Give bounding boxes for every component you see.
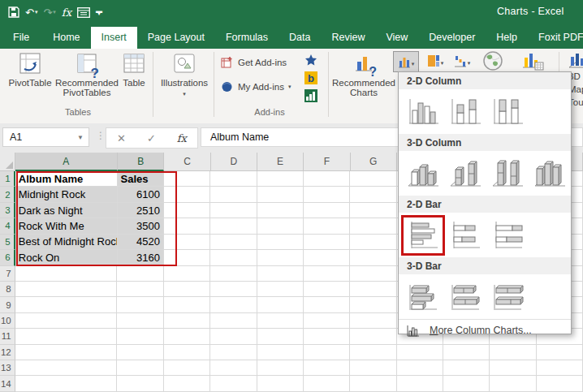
cell-d8[interactable] <box>210 282 257 297</box>
cell-g10[interactable] <box>350 313 396 329</box>
chart-type-3d-100-stacked-column-icon[interactable] <box>490 157 525 190</box>
cell-f13[interactable] <box>304 360 350 376</box>
cell-b12[interactable] <box>117 345 163 360</box>
bing-maps-icon[interactable]: b <box>304 71 317 84</box>
cell-d11[interactable] <box>210 329 257 344</box>
insert-function-icon[interactable]: fx <box>177 132 187 144</box>
cell-i14[interactable] <box>443 376 490 391</box>
cell-a2[interactable]: Midnight Rock <box>15 187 118 202</box>
insert-waterfall-chart-button[interactable]: ▾ <box>450 51 474 71</box>
cell-c13[interactable] <box>164 360 210 376</box>
cell-g6[interactable] <box>350 250 396 265</box>
tab-review[interactable]: Review <box>321 27 375 49</box>
cell-b3[interactable]: 2510 <box>118 203 164 218</box>
chart-type-stacked-column-icon[interactable] <box>447 96 483 128</box>
cell-a6[interactable]: Rock On <box>15 250 118 265</box>
cell-g9[interactable] <box>350 297 396 312</box>
cell-a14[interactable] <box>15 376 118 391</box>
cell-c2[interactable] <box>164 187 210 202</box>
cell-e13[interactable] <box>257 360 304 376</box>
cell-h14[interactable] <box>397 376 443 391</box>
cell-b6[interactable]: 3160 <box>118 250 164 265</box>
cell-a12[interactable] <box>15 345 118 360</box>
table-button[interactable]: Table <box>119 51 149 88</box>
cell-k13[interactable] <box>537 360 583 376</box>
tab-developer[interactable]: Developer <box>418 27 486 49</box>
cell-f12[interactable] <box>304 345 350 360</box>
row-header-8[interactable]: 8 <box>0 282 15 297</box>
cell-b13[interactable] <box>117 360 163 376</box>
cell-e7[interactable] <box>257 266 304 282</box>
cell-a10[interactable] <box>15 313 118 329</box>
row-header-7[interactable]: 7 <box>0 266 15 282</box>
cell-i12[interactable] <box>443 345 490 360</box>
tab-formulas[interactable]: Formulas <box>215 27 279 49</box>
cell-f8[interactable] <box>304 282 350 297</box>
cell-e1[interactable] <box>257 171 304 187</box>
cell-e10[interactable] <box>257 313 304 329</box>
row-header-11[interactable]: 11 <box>0 329 15 344</box>
cell-d14[interactable] <box>210 376 257 391</box>
illustrations-button[interactable]: Illustrations ▾ <box>159 51 209 99</box>
tab-home[interactable]: Home <box>42 27 90 49</box>
cell-b1[interactable]: Sales <box>118 171 164 187</box>
cell-b5[interactable]: 4520 <box>118 235 164 250</box>
cell-d12[interactable] <box>210 345 257 360</box>
row-header-3[interactable]: 3 <box>0 203 15 218</box>
cell-a1[interactable]: Album Name <box>15 171 118 187</box>
cell-g5[interactable] <box>350 235 396 250</box>
cell-f10[interactable] <box>304 313 350 329</box>
maps-button[interactable] <box>479 51 507 71</box>
cell-h13[interactable] <box>397 360 443 376</box>
save-icon[interactable] <box>8 6 19 18</box>
insert-column-or-bar-chart-button[interactable]: ▾ <box>393 51 419 72</box>
cell-e12[interactable] <box>257 345 304 360</box>
cell-b14[interactable] <box>117 376 163 391</box>
cell-c9[interactable] <box>164 297 210 312</box>
column-header-a[interactable]: A <box>15 153 119 171</box>
column-header-d[interactable]: D <box>211 153 257 171</box>
row-header-5[interactable]: 5 <box>0 235 15 250</box>
cell-g8[interactable] <box>350 282 396 297</box>
name-box[interactable]: A1 ▼ <box>2 127 89 147</box>
tab-view[interactable]: View <box>375 27 418 49</box>
cell-i13[interactable] <box>443 360 490 376</box>
cell-b8[interactable] <box>117 282 163 297</box>
cell-f3[interactable] <box>304 203 350 218</box>
cell-e14[interactable] <box>257 376 304 391</box>
cell-a9[interactable] <box>15 297 118 312</box>
cell-d3[interactable] <box>210 203 257 218</box>
undo-icon[interactable]: ↶▾ <box>25 6 37 19</box>
cell-c5[interactable] <box>164 235 210 250</box>
chart-type-3d-stacked-bar-icon[interactable] <box>447 281 483 313</box>
column-header-c[interactable]: C <box>164 153 210 171</box>
cell-k14[interactable] <box>537 376 583 391</box>
cell-c11[interactable] <box>164 329 210 344</box>
cell-j12[interactable] <box>490 345 536 360</box>
cell-g11[interactable] <box>350 329 396 344</box>
cell-d10[interactable] <box>210 313 257 329</box>
cell-g4[interactable] <box>350 218 396 234</box>
cell-e8[interactable] <box>257 282 304 297</box>
insert-hierarchy-chart-button[interactable]: ▾ <box>423 51 447 71</box>
cell-g2[interactable] <box>350 187 396 202</box>
customize-quick-access-icon[interactable]: ▬▾ <box>96 9 102 15</box>
get-addins-button[interactable]: Get Add-ins <box>220 55 287 69</box>
cell-b9[interactable] <box>117 297 163 312</box>
my-addins-button[interactable]: My Add-ins ▾ <box>220 80 291 93</box>
cell-a5[interactable]: Best of Midnight Rock <box>15 235 118 250</box>
column-header-f[interactable]: F <box>304 153 350 171</box>
cell-a8[interactable] <box>15 282 118 297</box>
tab-insert[interactable]: Insert <box>91 27 137 49</box>
recommended-pivottables-button[interactable]: ? Recommended PivotTables <box>57 51 117 97</box>
chart-type-3d-clustered-bar-icon[interactable] <box>405 281 441 313</box>
tab-page-layout[interactable]: Page Layout <box>137 27 215 49</box>
row-header-4[interactable]: 4 <box>0 218 15 234</box>
store-icon[interactable] <box>304 53 317 67</box>
cell-c8[interactable] <box>164 282 210 297</box>
row-header-9[interactable]: 9 <box>0 297 15 312</box>
cell-e2[interactable] <box>257 187 304 202</box>
cancel-icon[interactable]: ✕ <box>117 132 126 144</box>
pivotchart-button[interactable] <box>518 51 547 71</box>
cell-e6[interactable] <box>257 250 304 265</box>
